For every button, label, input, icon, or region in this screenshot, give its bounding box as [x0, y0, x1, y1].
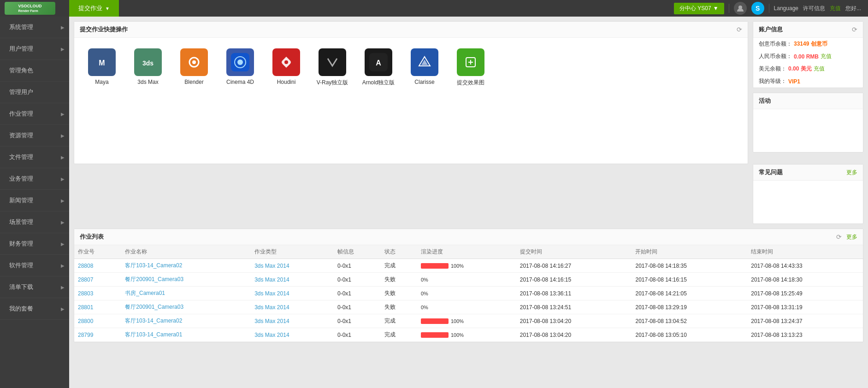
sidebar-item-software[interactable]: 软件管理 ▶: [0, 255, 69, 276]
activity-panel: 活动: [753, 93, 863, 153]
table-row: 28808 客厅103-14_Camera02 3ds Max 2014 0-0…: [74, 259, 863, 273]
cell-name: 客厅103-14_Camera02: [121, 314, 251, 328]
job-list-refresh[interactable]: ⟳: [836, 233, 842, 241]
job-id-link[interactable]: 28800: [78, 318, 93, 324]
avatar-icon[interactable]: [734, 2, 747, 15]
faq-header: 常见问题 更多: [753, 165, 863, 181]
job-name-link[interactable]: 客厅103-14_Camera02: [125, 262, 182, 269]
cell-submit-time: 2017-08-08 13:24:51: [516, 300, 632, 314]
job-id-link[interactable]: 28807: [78, 276, 93, 283]
sidebar-item-finance[interactable]: 财务管理 ▶: [0, 233, 69, 255]
svg-text:A: A: [376, 59, 381, 67]
job-type-link[interactable]: 3ds Max 2014: [254, 304, 289, 311]
job-type-link[interactable]: 3ds Max 2014: [254, 332, 289, 338]
job-name-link[interactable]: 客厅103-14_Camera02: [125, 317, 182, 324]
job-name-link[interactable]: 餐厅200901_Camera03: [125, 276, 183, 282]
sidebar-item-package[interactable]: 我的套餐 ▶: [0, 298, 69, 320]
cell-id: 28807: [74, 273, 121, 287]
sidebar-item-scene[interactable]: 场景管理 ▶: [0, 212, 69, 233]
quick-submit-title: 提交作业快捷操作: [80, 25, 128, 34]
skype-icon[interactable]: S: [751, 2, 764, 15]
sidebar: 系统管理 ▶ 用户管理 ▶ 管理角色 管理用户 作业管理 ▶ 资源管理 ▶ 文件…: [0, 17, 69, 388]
account-row-rmb: 人民币余额： 0.00 RMB 充值: [753, 50, 863, 63]
col-header-frame: 帧信息: [334, 245, 381, 259]
app-item-blender[interactable]: Blender: [173, 45, 215, 90]
app-item-3dsmax[interactable]: 3ds 3ds Max: [127, 45, 169, 90]
sidebar-arrow-business: ▶: [61, 176, 65, 182]
rmb-charge-link[interactable]: 充值: [821, 53, 832, 60]
cell-submit-time: 2017-08-08 13:36:11: [516, 287, 632, 300]
job-type-link[interactable]: 3ds Max 2014: [254, 263, 289, 269]
app-item-maya[interactable]: M Maya: [81, 45, 123, 90]
submit-dropdown-arrow: ▼: [105, 6, 110, 11]
sidebar-arrow-news: ▶: [61, 198, 65, 203]
job-id-link[interactable]: 28808: [78, 263, 93, 269]
activity-content: [753, 109, 863, 151]
job-id-link[interactable]: 28799: [78, 332, 93, 338]
sidebar-arrow-system: ▶: [61, 25, 65, 30]
job-type-link[interactable]: 3ds Max 2014: [254, 318, 289, 324]
job-type-link[interactable]: 3ds Max 2014: [254, 276, 289, 283]
table-row: 28803 书房_Camera01 3ds Max 2014 0-0x1 失败 …: [74, 287, 863, 300]
job-table-body: 28808 客厅103-14_Camera02 3ds Max 2014 0-0…: [74, 259, 863, 342]
houdini-icon: [272, 48, 300, 76]
sidebar-item-download[interactable]: 清单下载 ▶: [0, 276, 69, 298]
app-item-houdini[interactable]: Houdini: [266, 45, 307, 90]
job-name-link[interactable]: 客厅103-14_Camera01: [125, 331, 182, 338]
subcenter-button[interactable]: 分中心 YS07 ▼: [674, 3, 724, 14]
job-name-link[interactable]: 书房_Camera01: [125, 290, 165, 296]
sidebar-item-business[interactable]: 业务管理 ▶: [0, 168, 69, 190]
col-header-start-time: 开始时间: [632, 245, 747, 259]
app-item-vray[interactable]: V-Ray独立版: [312, 45, 353, 90]
sidebar-item-manage-user[interactable]: 管理用户: [0, 82, 69, 103]
sidebar-item-file[interactable]: 文件管理 ▶: [0, 147, 69, 168]
cell-frame: 0-0x1: [334, 273, 381, 287]
app-item-cinema4d[interactable]: Cinema 4D: [219, 45, 261, 90]
cell-name: 书房_Camera01: [121, 287, 251, 300]
job-list-more-link[interactable]: 更多: [846, 233, 857, 241]
maya-icon: M: [88, 48, 116, 76]
job-id-link[interactable]: 28803: [78, 290, 93, 297]
charge-link[interactable]: 充值: [830, 5, 841, 12]
sidebar-item-user-mgmt[interactable]: 用户管理 ▶: [0, 38, 69, 60]
clarisse-label: Clarisse: [414, 79, 434, 85]
app-item-effect[interactable]: 提交效果图: [450, 45, 491, 90]
job-name-link[interactable]: 餐厅200901_Camera03: [125, 304, 183, 310]
nav-divider-1: [729, 4, 729, 13]
sidebar-item-job-mgmt[interactable]: 作业管理 ▶: [0, 103, 69, 125]
logo: VSOCLOUDRender Farm: [0, 0, 69, 17]
cell-progress: 0%: [417, 273, 516, 287]
job-id-link[interactable]: 28801: [78, 304, 93, 311]
cell-type: 3ds Max 2014: [251, 259, 334, 273]
job-type-link[interactable]: 3ds Max 2014: [254, 290, 289, 297]
sidebar-arrow-finance: ▶: [61, 241, 65, 247]
sidebar-item-manage-role[interactable]: 管理角色: [0, 60, 69, 82]
cell-start-time: 2017-08-08 14:18:35: [632, 259, 747, 273]
sidebar-item-news[interactable]: 新闻管理 ▶: [0, 190, 69, 212]
cell-progress: 100%: [417, 328, 516, 342]
usd-charge-link[interactable]: 充值: [814, 65, 825, 73]
license-info-link[interactable]: 许可信息: [803, 5, 825, 12]
col-header-submit-time: 提交时间: [516, 245, 632, 259]
faq-panel: 常见问题 更多: [753, 164, 863, 224]
subcenter-arrow: ▼: [713, 5, 719, 12]
sidebar-arrow-scene: ▶: [61, 220, 65, 225]
maya-label: Maya: [95, 79, 108, 85]
app-item-clarisse[interactable]: Clarisse: [404, 45, 445, 90]
col-header-type: 作业类型: [251, 245, 334, 259]
submit-job-button[interactable]: 提交作业 ▼: [69, 0, 119, 17]
sidebar-item-resource[interactable]: 资源管理 ▶: [0, 125, 69, 147]
quick-submit-refresh[interactable]: ⟳: [737, 26, 742, 33]
faq-more-link[interactable]: 更多: [846, 169, 857, 176]
account-refresh[interactable]: ⟳: [852, 26, 857, 33]
sidebar-item-system[interactable]: 系统管理 ▶: [0, 17, 69, 38]
language-button[interactable]: Language: [774, 5, 798, 12]
cell-id: 28808: [74, 259, 121, 273]
level-value: VIP1: [788, 78, 800, 85]
cell-start-time: 2017-08-08 13:29:19: [632, 300, 747, 314]
vray-icon: [319, 48, 346, 76]
quick-submit-header: 提交作业快捷操作 ⟳: [74, 22, 748, 38]
job-list-panel: 作业列表 ⟳ 更多 作业号 作业名称 作业类型 帧信息 状态 渲染进度 提交时间: [74, 229, 863, 342]
app-item-arnold[interactable]: A Arnold独立版: [358, 45, 399, 90]
job-table: 作业号 作业名称 作业类型 帧信息 状态 渲染进度 提交时间 开始时间 结束时间…: [74, 245, 863, 342]
